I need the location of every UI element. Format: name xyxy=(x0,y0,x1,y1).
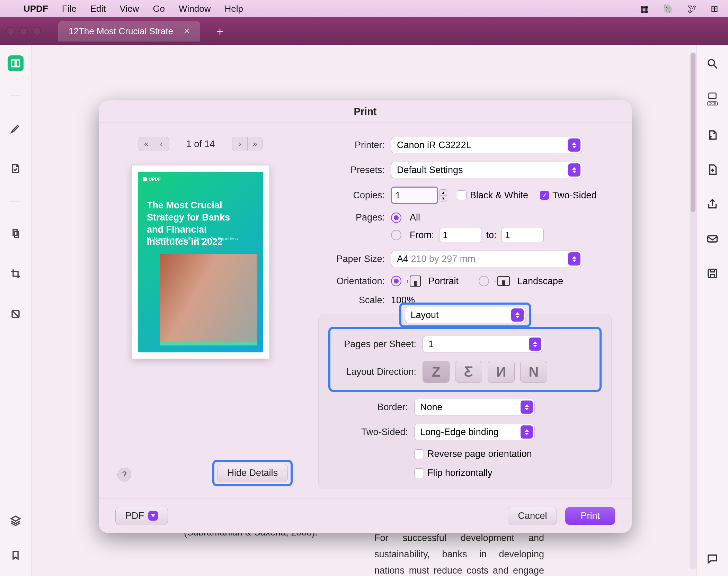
search-icon[interactable] xyxy=(705,57,719,71)
black-white-checkbox[interactable] xyxy=(457,190,467,200)
dropdown-arrow-icon xyxy=(521,400,533,414)
document-scrollbar[interactable] xyxy=(690,52,696,569)
layout-dir-2-button[interactable]: Ƹ xyxy=(455,361,482,383)
border-select[interactable]: None xyxy=(414,399,535,415)
menuextra-evernote-icon[interactable]: 🐘 xyxy=(663,3,674,14)
help-button[interactable]: ? xyxy=(117,468,131,482)
save-icon[interactable] xyxy=(705,267,719,280)
organize-pages-icon[interactable] xyxy=(8,226,24,242)
flip-horizontally-checkbox[interactable] xyxy=(414,468,424,478)
presets-value: Default Settings xyxy=(397,165,463,176)
print-options-panel: Printer: Canon iR C3222L Presets: Defaul… xyxy=(302,123,632,498)
pdf-dropdown-button[interactable]: PDF xyxy=(115,507,168,525)
first-page-button[interactable]: « xyxy=(139,137,154,151)
print-section-select[interactable]: Layout xyxy=(405,307,525,323)
two-sided-select[interactable]: Long-Edge binding xyxy=(414,424,535,440)
presets-label: Presets: xyxy=(302,165,385,176)
menu-file[interactable]: File xyxy=(62,3,77,14)
border-label: Border: xyxy=(328,402,408,413)
new-tab-button[interactable]: ＋ xyxy=(214,23,226,39)
copies-input[interactable] xyxy=(391,187,438,204)
layout-dir-3-button[interactable]: И xyxy=(488,361,515,383)
stepper-up-icon[interactable]: ▲ xyxy=(440,189,447,195)
next-page-button[interactable]: › xyxy=(232,137,247,151)
portrait-label: Portrait xyxy=(428,276,459,287)
menuextra-1-icon[interactable]: ▦ xyxy=(640,3,649,14)
landscape-radio[interactable] xyxy=(479,276,489,286)
pages-per-sheet-select[interactable]: 1 xyxy=(423,336,543,352)
svg-rect-4 xyxy=(708,269,717,278)
dropdown-arrow-icon xyxy=(568,252,580,266)
chat-icon[interactable] xyxy=(705,552,719,566)
prev-page-button[interactable]: ‹ xyxy=(154,137,169,151)
share-icon[interactable] xyxy=(705,197,719,211)
paper-size-dimensions: 210 by 297 mm xyxy=(411,254,476,264)
pages-label: Pages: xyxy=(302,212,385,223)
paper-size-value: A4 xyxy=(397,254,408,264)
hide-details-button[interactable]: Hide Details xyxy=(217,464,288,482)
layers-icon[interactable] xyxy=(8,514,24,528)
edit-pdf-icon[interactable] xyxy=(8,161,24,177)
ocr-button[interactable]: OCR xyxy=(702,91,723,107)
reverse-orientation-checkbox[interactable] xyxy=(414,449,424,459)
menu-go[interactable]: Go xyxy=(153,3,165,14)
menu-window[interactable]: Window xyxy=(179,3,211,14)
layout-dir-1-button[interactable]: Z xyxy=(423,361,450,383)
copies-stepper[interactable]: ▲ ▼ xyxy=(440,189,447,201)
pages-range-radio[interactable] xyxy=(391,230,401,240)
mail-icon[interactable] xyxy=(705,232,719,246)
cancel-button[interactable]: Cancel xyxy=(508,507,557,525)
toolbar-separator xyxy=(10,201,21,201)
highlighter-icon[interactable] xyxy=(8,120,24,136)
reader-mode-icon[interactable] xyxy=(8,55,24,71)
layout-dir-4-button[interactable]: N xyxy=(520,361,547,383)
dropdown-arrow-icon xyxy=(568,163,580,177)
pdf-button-label: PDF xyxy=(125,511,144,521)
workspace: over, information confidentially might b… xyxy=(0,45,728,576)
print-button[interactable]: Print xyxy=(565,507,615,525)
crop-icon[interactable] xyxy=(8,266,24,282)
stepper-down-icon[interactable]: ▼ xyxy=(440,195,447,201)
close-tab-icon[interactable]: ✕ xyxy=(184,27,190,36)
pages-to-label: to: xyxy=(486,230,497,241)
menuextra-bird-icon[interactable]: 🕊 xyxy=(688,3,697,14)
menu-view[interactable]: View xyxy=(120,3,139,14)
orientation-label: Orientation: xyxy=(302,276,385,287)
pages-per-sheet-value: 1 xyxy=(428,339,434,350)
chevron-down-icon xyxy=(148,511,158,521)
two-sided-checkbox[interactable]: ✓ xyxy=(540,191,549,200)
minimize-window-icon[interactable] xyxy=(19,27,28,35)
border-value: None xyxy=(420,402,443,413)
menuextra-grid-icon[interactable]: ⊞ xyxy=(711,3,718,14)
preview-subtitle: No More Expenses! It's Time to Go Paperl… xyxy=(147,236,238,241)
print-preview-panel: « ‹ 1 of 14 › » UPDF The Most Crucial St… xyxy=(99,123,302,498)
section-select-highlight: Layout xyxy=(399,303,531,327)
window-traffic-lights[interactable] xyxy=(6,27,41,35)
printer-select[interactable]: Canon iR C3222L xyxy=(391,137,582,153)
bookmark-icon[interactable] xyxy=(8,548,24,562)
paper-size-select[interactable]: A4 210 by 297 mm xyxy=(391,251,582,267)
menu-edit[interactable]: Edit xyxy=(90,3,106,14)
app-menu[interactable]: UPDF xyxy=(24,3,48,14)
svg-rect-3 xyxy=(708,236,717,242)
document-tab[interactable]: 12The Most Crucial Strate ✕ xyxy=(58,21,200,42)
layout-section-panel: Layout Pages per Sheet: 1 xyxy=(318,314,612,488)
presets-select[interactable]: Default Settings xyxy=(391,162,582,178)
close-window-icon[interactable] xyxy=(6,27,15,35)
last-page-button[interactable]: » xyxy=(247,137,263,151)
redact-icon[interactable] xyxy=(8,306,24,322)
scrollbar-thumb[interactable] xyxy=(691,53,695,212)
document-area: over, information confidentially might b… xyxy=(32,45,696,576)
add-page-icon[interactable] xyxy=(705,163,719,177)
dialog-title: Print xyxy=(99,100,632,123)
pages-to-input[interactable] xyxy=(501,228,544,242)
zoom-window-icon[interactable] xyxy=(33,27,41,35)
pages-from-input[interactable] xyxy=(439,228,481,242)
svg-rect-2 xyxy=(709,93,716,99)
two-sided-label: Two-Sided: xyxy=(328,427,408,438)
pages-all-radio[interactable] xyxy=(391,213,401,223)
portrait-radio[interactable] xyxy=(391,276,401,286)
convert-icon[interactable] xyxy=(705,128,719,142)
page-counter: 1 of 14 xyxy=(186,139,215,150)
menu-help[interactable]: Help xyxy=(225,3,243,14)
